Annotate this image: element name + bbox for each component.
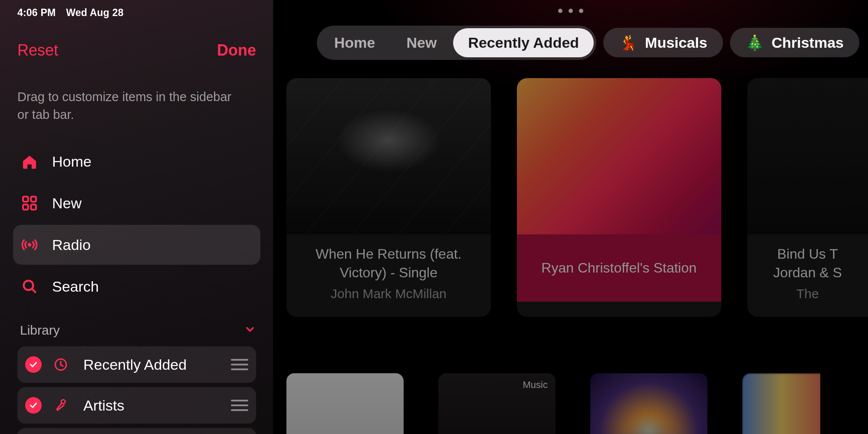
playlist-thumbnail[interactable] (590, 373, 707, 434)
search-icon (21, 278, 38, 295)
library-item-albums[interactable]: Albums (17, 428, 256, 434)
station-art (517, 78, 721, 234)
sidebar-item-search[interactable]: Search (13, 266, 260, 306)
library-item-label: Artists (83, 397, 220, 414)
album-card[interactable]: When He Returns (feat. Victory) - Single… (286, 78, 491, 317)
drag-handle-icon[interactable] (231, 400, 248, 411)
sidebar-item-label: New (52, 195, 82, 212)
grid-icon (21, 194, 38, 212)
multitask-dots-icon[interactable] (558, 9, 583, 13)
sidebar-item-label: Home (52, 153, 92, 170)
station-title: Ryan Christoffel's Station (526, 259, 713, 277)
svg-rect-1 (31, 197, 36, 202)
library-section-header[interactable]: Library (17, 323, 256, 338)
tab-christmas[interactable]: 🎄 Christmas (730, 28, 859, 57)
done-button[interactable]: Done (217, 41, 256, 59)
microphone-icon (52, 397, 69, 414)
tab-label: Christmas (772, 34, 844, 51)
christmas-tree-emoji-icon: 🎄 (746, 34, 764, 51)
radio-icon (21, 236, 38, 253)
home-icon (21, 153, 38, 170)
status-bar: 4:06 PM Wed Aug 28 (17, 0, 256, 19)
playlist-thumbnail[interactable]: Music (438, 373, 556, 434)
drag-handle-icon[interactable] (231, 359, 248, 370)
apple-music-badge: Music (523, 379, 548, 391)
album-title: When He Returns (feat. Victory) - Single (299, 245, 479, 282)
library-item-recently-added[interactable]: Recently Added (17, 346, 256, 383)
sidebar-item-label: Radio (52, 237, 91, 253)
status-time: 4:06 PM (17, 7, 56, 19)
dancer-emoji-icon: 💃 (619, 34, 637, 51)
tab-recently-added[interactable]: Recently Added (453, 28, 594, 57)
album-art (747, 78, 868, 234)
library-item-label: Recently Added (83, 356, 220, 373)
tab-label: Musicals (645, 34, 707, 51)
main-content: Home New Recently Added 💃 Musicals 🎄 Chr… (273, 0, 868, 434)
svg-point-4 (28, 243, 31, 247)
svg-rect-2 (23, 205, 28, 210)
album-title: Bind Us TJordan & S (760, 245, 856, 282)
sidebar-item-label: Search (52, 278, 99, 295)
playlist-thumbnail[interactable] (286, 373, 404, 434)
sidebar-edit-panel: 4:06 PM Wed Aug 28 Reset Done Drag to cu… (0, 0, 273, 434)
sidebar-item-radio[interactable]: Radio (13, 225, 260, 265)
status-date: Wed Aug 28 (66, 7, 123, 19)
library-item-artists[interactable]: Artists (17, 387, 256, 424)
clock-icon (52, 356, 69, 373)
library-list: Recently Added Artists Albums (17, 346, 256, 434)
tab-group: Home New Recently Added (317, 26, 596, 60)
album-art (286, 78, 491, 234)
svg-rect-3 (31, 205, 36, 210)
sidebar-nav: Home New Radio Search (17, 141, 256, 307)
checkmark-badge-icon[interactable] (25, 397, 42, 414)
tab-home[interactable]: Home (319, 28, 390, 57)
library-title: Library (20, 323, 60, 338)
sidebar-item-home[interactable]: Home (13, 141, 260, 181)
svg-rect-0 (23, 197, 28, 202)
sidebar-item-new[interactable]: New (13, 183, 260, 223)
sidebar-instructions: Drag to customize items in the sidebar o… (17, 88, 243, 123)
album-card[interactable]: Bind Us TJordan & S The (747, 78, 868, 317)
station-card[interactable]: Ryan Christoffel's Station (517, 78, 721, 317)
album-artist: John Mark McMillan (299, 286, 479, 301)
checkmark-badge-icon[interactable] (25, 356, 42, 373)
tab-new[interactable]: New (391, 28, 451, 57)
tab-bar: Home New Recently Added 💃 Musicals 🎄 Chr… (317, 26, 868, 59)
playlist-thumbnail[interactable] (742, 373, 820, 434)
reset-button[interactable]: Reset (17, 41, 58, 59)
tab-musicals[interactable]: 💃 Musicals (603, 28, 723, 57)
chevron-down-icon (244, 323, 256, 337)
album-artist: The (760, 286, 856, 301)
